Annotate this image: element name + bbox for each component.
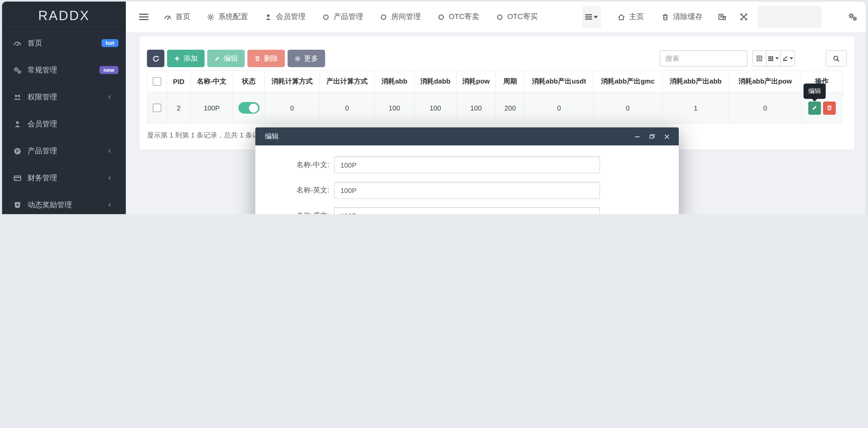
sidebar-item-general[interactable]: 常规管理 new xyxy=(2,57,126,84)
row-edit-button[interactable] xyxy=(808,101,821,115)
tab-label: 产品管理 xyxy=(334,12,363,22)
table-view-button-group xyxy=(752,50,795,67)
row-checkbox[interactable] xyxy=(153,103,161,112)
column-header[interactable]: 周期 xyxy=(496,70,525,93)
cell-abb-usdt: 0 xyxy=(525,93,594,124)
cell-abb-abb: 1 xyxy=(662,93,730,124)
tab-label: OTC寄卖 xyxy=(449,12,479,22)
name-ru-field[interactable] xyxy=(334,207,600,214)
column-header[interactable]: 消耗abb产出usdt xyxy=(525,70,594,93)
table-row[interactable]: 2 100P 0 0 100 100 100 200 0 0 1 xyxy=(147,93,847,124)
caret-down-icon xyxy=(775,57,779,59)
minimize-icon[interactable] xyxy=(634,133,641,140)
chevron-left-icon xyxy=(107,175,113,181)
new-badge: new xyxy=(99,66,118,74)
tab-otc-buy[interactable]: OTC寄买 xyxy=(496,12,537,22)
column-header[interactable]: 产出计算方式 xyxy=(320,70,375,93)
gears-icon xyxy=(13,66,22,74)
clear-cache-button[interactable]: 清除缓存 xyxy=(661,12,703,22)
plus-icon xyxy=(174,55,180,62)
tabs-dropdown-button[interactable] xyxy=(582,6,601,28)
sidebar-item-label: 常规管理 xyxy=(28,65,57,75)
delete-button[interactable]: 删除 xyxy=(247,50,285,67)
form-row-name-ru: 名称-俄文: xyxy=(255,207,679,214)
tab-system-config[interactable]: 系统配置 xyxy=(207,12,248,22)
cell-cycle: 200 xyxy=(496,93,525,124)
tab-label: OTC寄买 xyxy=(507,12,537,22)
detail-view-button[interactable] xyxy=(752,50,767,67)
more-button[interactable]: 更多 xyxy=(287,50,325,67)
name-cn-field[interactable] xyxy=(334,156,600,174)
column-header[interactable]: 消耗abb xyxy=(375,70,414,93)
columns-button[interactable] xyxy=(767,50,781,67)
fullscreen-icon[interactable] xyxy=(740,13,748,21)
sidebar-item-home[interactable]: 首页 hot xyxy=(2,30,126,57)
circle-icon xyxy=(437,13,445,21)
gear-icon xyxy=(207,13,215,21)
export-button[interactable] xyxy=(781,50,795,67)
sidebar-item-label: 动态奖励管理 xyxy=(28,200,72,210)
bucket-icon xyxy=(13,201,22,209)
search-button[interactable] xyxy=(826,50,847,67)
search-input[interactable] xyxy=(660,50,747,67)
home-page-button[interactable]: 主页 xyxy=(617,12,644,22)
language-icon[interactable] xyxy=(718,12,727,22)
table-toolbar: 添加 编辑 删除 更多 xyxy=(147,50,847,67)
list-icon xyxy=(585,13,592,21)
pencil-icon xyxy=(214,55,220,62)
cell-consume-calc: 0 xyxy=(265,93,320,124)
sidebar-item-product[interactable]: 产品管理 xyxy=(2,137,126,164)
tab-member-management[interactable]: 会员管理 xyxy=(264,12,306,22)
column-header[interactable]: 消耗pow xyxy=(457,70,496,93)
row-delete-button[interactable] xyxy=(823,101,836,115)
name-en-field[interactable] xyxy=(334,182,600,199)
menu-toggle-icon[interactable] xyxy=(139,12,149,22)
home-page-label: 主页 xyxy=(629,12,644,22)
sidebar-item-permission[interactable]: 权限管理 xyxy=(2,84,126,111)
table-header-row: PID 名称-中文 状态 消耗计算方式 产出计算方式 消耗abb 消耗dabb … xyxy=(147,70,847,93)
cell-output-calc: 0 xyxy=(320,93,375,124)
tooltip-label: 编辑 xyxy=(808,87,821,95)
close-icon[interactable] xyxy=(663,133,670,140)
field-label: 名称-英文: xyxy=(255,186,329,195)
tab-home[interactable]: 首页 xyxy=(164,12,190,22)
sidebar-item-finance[interactable]: 财务管理 xyxy=(2,164,126,191)
user-icon xyxy=(13,120,22,128)
form-row-name-cn: 名称-中文: xyxy=(255,156,679,174)
add-button-label: 添加 xyxy=(183,54,198,63)
column-header[interactable]: 消耗abb产出pow xyxy=(730,70,801,93)
caret-down-icon xyxy=(594,16,598,18)
column-header[interactable]: 消耗dabb xyxy=(414,70,457,93)
trash-icon xyxy=(826,105,832,111)
tab-otc-sell[interactable]: OTC寄卖 xyxy=(437,12,479,22)
select-all-checkbox[interactable] xyxy=(153,77,161,86)
column-header[interactable]: 名称-中文 xyxy=(191,70,233,93)
sidebar-item-member[interactable]: 会员管理 xyxy=(2,111,126,137)
dialog-titlebar[interactable]: 编辑 xyxy=(255,127,679,145)
config-gears-icon[interactable] xyxy=(848,12,858,22)
dashboard-icon xyxy=(13,39,22,47)
tab-label: 首页 xyxy=(176,12,190,22)
column-header[interactable]: 消耗abb产出gmc xyxy=(594,70,662,93)
maximize-icon[interactable] xyxy=(649,133,655,140)
user-icon xyxy=(264,13,272,21)
status-toggle[interactable] xyxy=(238,102,259,114)
sidebar-item-label: 产品管理 xyxy=(28,146,57,156)
column-header[interactable]: 消耗计算方式 xyxy=(265,70,320,93)
caret-down-icon xyxy=(790,57,793,59)
field-label: 名称-中文: xyxy=(255,160,329,170)
pencil-icon xyxy=(811,105,817,111)
add-button[interactable]: 添加 xyxy=(167,50,205,67)
trash-icon xyxy=(254,55,260,62)
circle-icon xyxy=(379,13,388,21)
column-header[interactable]: 消耗abb产出abb xyxy=(662,70,730,93)
edit-button[interactable]: 编辑 xyxy=(207,50,245,67)
column-header[interactable]: 状态 xyxy=(233,70,265,93)
sidebar-item-dynamic-reward[interactable]: 动态奖励管理 xyxy=(2,191,126,214)
dialog-form: 名称-中文: 名称-英文: 名称-俄文: 名称-韩文: 名称-葡萄牙: 消耗计算… xyxy=(255,145,679,214)
tab-product-management[interactable]: 产品管理 xyxy=(322,12,363,22)
column-header[interactable]: PID xyxy=(167,70,191,93)
user-menu[interactable] xyxy=(757,6,822,28)
tab-room-management[interactable]: 房间管理 xyxy=(379,12,421,22)
refresh-button[interactable] xyxy=(147,50,164,67)
